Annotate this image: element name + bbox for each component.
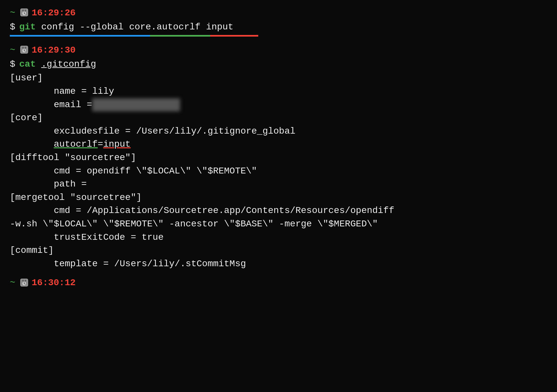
cmd-filename-2: .gitconfig — [41, 58, 96, 71]
config-mergetool-cmd2: -w.sh \"$LOCAL\" \"$REMOTE\" -ancestor \… — [10, 218, 547, 231]
underline-bars-1 — [10, 35, 258, 37]
config-mergetool-trust: trustExitCode = true — [10, 231, 547, 244]
cmd-args-1: config --global core.autocrlf — [36, 21, 206, 34]
config-commit-template: template = /Users/lily/.stCommitMsg — [10, 257, 547, 271]
config-autocrlf-value: input — [103, 138, 131, 151]
timestamp2: 16:29:30 — [32, 44, 76, 57]
timestamp3: 16:30:12 — [32, 276, 76, 290]
config-mergetool-cmd1: cmd = /Applications/Sourcetree.app/Conte… — [10, 204, 547, 218]
svg-rect-7 — [22, 47, 24, 49]
config-user-section: [user] — [10, 72, 547, 85]
clock-icon-1 — [19, 8, 29, 17]
svg-rect-2 — [25, 10, 26, 11]
session1-command: $ git config --global core.autocrlf inpu… — [10, 21, 547, 34]
config-email-line: email = lily@example.com — [10, 98, 547, 112]
tilde1: ~ — [10, 7, 15, 20]
cmd-input-value-1: input — [206, 21, 233, 34]
config-difftool-path: path = — [10, 178, 547, 191]
config-excludesfile: excludesfile = /Users/lily/.gitignore_gl… — [10, 125, 547, 138]
tilde2: ~ — [10, 44, 15, 57]
timestamp1: 16:29:26 — [32, 7, 76, 20]
config-commit-section: [commit] — [10, 244, 547, 257]
session1-header: ~ 16:29:26 — [10, 7, 547, 20]
clock-icon-3 — [19, 278, 29, 287]
session3-header: ~ 16:30:12 — [10, 276, 547, 290]
config-core-section: [core] — [10, 111, 547, 125]
svg-rect-14 — [25, 280, 26, 281]
config-autocrlf: autocrlf = input — [10, 138, 547, 151]
config-autocrlf-key: autocrlf — [54, 138, 97, 151]
config-difftool-section: [difftool "sourcetree"] — [10, 151, 547, 165]
session2-command: $ cat .gitconfig — [10, 58, 547, 71]
svg-rect-13 — [22, 280, 24, 281]
underline-red-1 — [210, 35, 258, 37]
svg-rect-8 — [25, 47, 26, 49]
clock-icon-2 — [19, 45, 29, 55]
underline-blue-1 — [10, 35, 150, 37]
config-mergetool-section: [mergetool "sourcetree"] — [10, 191, 547, 204]
config-difftool-cmd: cmd = opendiff \"$LOCAL\" \"$REMOTE\" — [10, 165, 547, 178]
config-name-line: name = lily — [10, 85, 547, 98]
cmd-git-1: git — [19, 21, 36, 34]
config-output: [user] name = lily email = lily@example.… — [10, 72, 547, 270]
cmd-cat-2: cat — [19, 58, 36, 71]
email-blurred: lily@example.com — [92, 98, 180, 112]
underline-green-1 — [150, 35, 210, 37]
svg-rect-1 — [22, 10, 24, 11]
session2-header: ~ 16:29:30 — [10, 44, 547, 57]
tilde3: ~ — [10, 276, 15, 290]
